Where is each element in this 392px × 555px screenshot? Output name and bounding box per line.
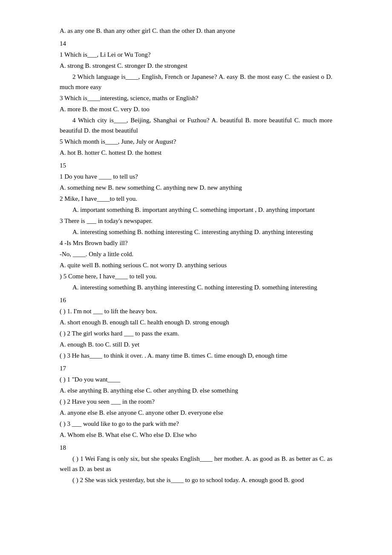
main-content: A. as any one B. than any other girl C. …: [60, 26, 332, 485]
content-line: ( ) 1 "Do you want____: [60, 374, 332, 384]
content-line: 18: [60, 442, 332, 453]
content-line: A. quite well B. nothing serious C. not …: [60, 260, 332, 270]
content-line: A. enough B. too C. still D. yet: [60, 339, 332, 350]
content-line: A. anyone else B. else anyone C. anyone …: [60, 408, 332, 418]
content-line: A. important something B. important anyt…: [60, 205, 332, 215]
content-line: A. interesting something B. anything int…: [60, 282, 332, 292]
content-line: A. interesting something B. nothing inte…: [60, 227, 332, 237]
content-line: ) 5 Come here, I have____ to tell you.: [60, 271, 332, 281]
content-line: 14: [60, 38, 332, 49]
content-line: 5 Which month is____, June, July or Augu…: [60, 136, 332, 147]
content-line: 2 Which language is____, English, French…: [60, 72, 332, 92]
content-line: A. something new B. new something C. any…: [60, 182, 332, 193]
content-line: 2 Mike, I have____to tell you.: [60, 194, 332, 204]
content-line: 16: [60, 295, 332, 305]
content-line: A. else anything B. anything else C. oth…: [60, 385, 332, 396]
content-line: 4 Which city is____, Beijing, Shanghai o…: [60, 115, 332, 136]
content-line: A. Whom else B. What else C. Who else D.…: [60, 430, 332, 440]
content-line: A. hot B. hotter C. hottest D. the hotte…: [60, 147, 332, 158]
content-line: ( ) 3 He has____ to think it over. . A. …: [60, 350, 332, 361]
content-line: 15: [60, 160, 332, 171]
content-line: ( ) 2 Have you seen ___ in the room?: [60, 396, 332, 407]
content-line: 17: [60, 363, 332, 373]
content-line: A. strong B. strongest C. stronger D. th…: [60, 61, 332, 71]
content-line: ( ) 1. I'm not ___ to lift the heavy box…: [60, 306, 332, 316]
content-line: 3 Which is____interesting, science, math…: [60, 93, 332, 103]
content-line: A. as any one B. than any other girl C. …: [60, 26, 332, 36]
content-line: A. short enough B. enough tall C. health…: [60, 317, 332, 327]
content-line: -No, ____. Only a little cold.: [60, 249, 332, 259]
content-line: ( ) 2 The girl works hard ___ to pass th…: [60, 328, 332, 338]
content-line: ( ) 2 She was sick yesterday, but she is…: [60, 475, 332, 485]
content-line: 4 -Is Mrs Brown badly ill?: [60, 238, 332, 248]
content-line: ( ) 3 ___ would like to go to the park w…: [60, 419, 332, 429]
content-line: 1 Do you have ____ to tell us?: [60, 171, 332, 182]
content-line: ( ) 1 Wei Fang is only six, but she spea…: [60, 454, 332, 474]
content-line: A. more B. the most C. very D. too: [60, 104, 332, 114]
content-line: 1 Which is___, Li Lei or Wu Tong?: [60, 49, 332, 60]
content-line: 3 There is ___ in today's newspaper.: [60, 216, 332, 226]
